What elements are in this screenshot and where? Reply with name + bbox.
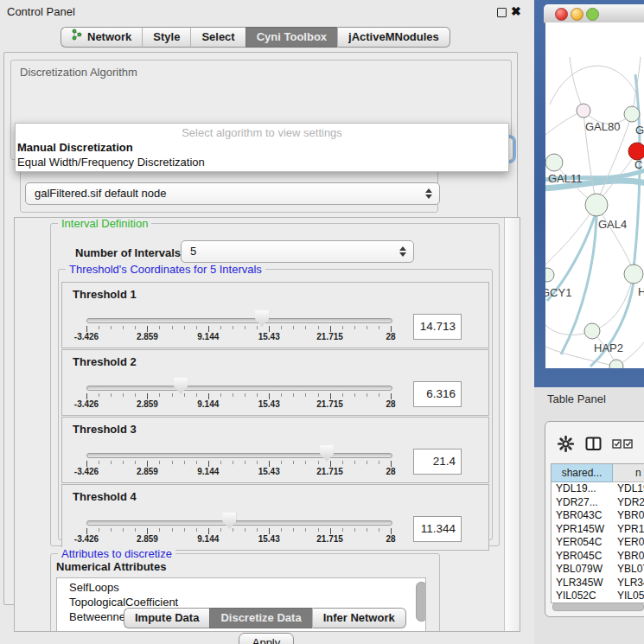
tick-mark bbox=[269, 528, 270, 534]
table-row[interactable]: YBR045CYBR04 bbox=[552, 550, 644, 564]
tab-network[interactable]: Network bbox=[61, 27, 142, 48]
close-button-traffic-light[interactable] bbox=[555, 8, 568, 21]
network-node-h[interactable] bbox=[624, 265, 643, 284]
tick-mark bbox=[233, 528, 233, 532]
checked-boxes-icon[interactable] bbox=[612, 439, 634, 450]
tick-mark bbox=[135, 393, 136, 397]
number-of-intervals-value: 5 bbox=[190, 245, 196, 258]
column-layout-icon[interactable] bbox=[585, 437, 602, 451]
threshold-panel-4: Threshold 4-3.4262.8599.14415.4321.71528… bbox=[61, 484, 489, 551]
slider-track[interactable] bbox=[86, 453, 392, 458]
slider-thumb[interactable] bbox=[320, 445, 334, 462]
table-cell-name[interactable]: YDR27 bbox=[613, 496, 644, 510]
minimize-button-traffic-light[interactable] bbox=[571, 8, 583, 21]
table-cell-name[interactable]: YLR34 bbox=[613, 577, 644, 590]
network-canvas[interactable]: GAL80GCGAL11GAL4GCY1HHAP2 bbox=[545, 22, 644, 368]
tab-cyni-toolbox[interactable]: Cyni Toolbox bbox=[245, 27, 337, 48]
table-cell-shared-name[interactable]: YBL079W bbox=[552, 563, 613, 577]
tick-label: 28 bbox=[386, 467, 395, 476]
float-window-icon[interactable] bbox=[497, 8, 507, 17]
table-cell-name[interactable]: YPR14 bbox=[613, 523, 644, 537]
bottom-tab-impute-data[interactable]: Impute Data bbox=[124, 608, 209, 628]
table-cell-shared-name[interactable]: YIL052C bbox=[552, 590, 613, 603]
tab-jactivemnodules[interactable]: jActiveMNodules bbox=[337, 27, 450, 48]
table-cell-name[interactable]: YIL05 bbox=[613, 590, 644, 603]
table-row[interactable]: YBL079WYBL07 bbox=[552, 563, 644, 577]
attributes-scrollbar-thumb[interactable] bbox=[416, 582, 426, 622]
table-data-combo[interactable]: galFiltered.sif default node bbox=[25, 182, 440, 205]
number-of-intervals-combo[interactable]: 5 bbox=[181, 240, 414, 263]
network-window-titlebar[interactable] bbox=[544, 4, 644, 23]
gear-icon[interactable] bbox=[558, 436, 574, 452]
threshold-value-field[interactable]: 6.316 bbox=[413, 381, 462, 407]
slider-track[interactable] bbox=[86, 386, 392, 391]
table-cell-name[interactable]: YBR04 bbox=[613, 550, 644, 564]
tick-mark bbox=[123, 326, 124, 329]
network-node-gal80[interactable] bbox=[577, 104, 590, 118]
bottom-tab-impute-data-label: Impute Data bbox=[135, 609, 199, 628]
network-node-gal11[interactable] bbox=[545, 154, 563, 171]
tick-mark bbox=[172, 326, 173, 329]
zoom-button-traffic-light[interactable] bbox=[586, 8, 599, 21]
settings-scrollpane: Interval Definition Number of Intervals … bbox=[14, 217, 520, 632]
table-cell-name[interactable]: YBL07 bbox=[613, 563, 644, 577]
algorithm-option-manual-discretization[interactable]: Manual Discretization bbox=[16, 140, 508, 155]
network-node-label: GAL4 bbox=[598, 218, 627, 231]
network-node-gcy1[interactable] bbox=[545, 268, 554, 282]
table-row[interactable]: YPR145WYPR14 bbox=[552, 523, 644, 537]
table-row[interactable]: YDR27...YDR27 bbox=[552, 496, 644, 510]
apply-button[interactable]: Apply bbox=[239, 633, 294, 644]
slider-track[interactable] bbox=[86, 520, 392, 526]
slider-track[interactable] bbox=[86, 318, 392, 323]
attribute-item-selfloops[interactable]: SelfLoops bbox=[57, 580, 425, 595]
bottom-tab-infer-network-label: Infer Network bbox=[323, 609, 395, 628]
column-header-name[interactable]: n bbox=[613, 464, 644, 482]
network-node-c[interactable] bbox=[628, 143, 644, 160]
tick-mark bbox=[379, 326, 379, 329]
number-of-intervals-label: Number of Intervals bbox=[75, 246, 181, 259]
tick-mark bbox=[86, 326, 87, 332]
algorithm-hint: Select algorithm to view settings bbox=[16, 125, 508, 140]
table-cell-name[interactable]: YBR04 bbox=[613, 509, 644, 523]
scrollbar-track[interactable] bbox=[504, 218, 520, 631]
tab-select[interactable]: Select bbox=[190, 27, 245, 48]
tick-mark bbox=[342, 461, 343, 464]
threshold-value-field[interactable]: 21.4 bbox=[413, 449, 462, 475]
table-cell-name[interactable]: YER05 bbox=[613, 536, 644, 550]
bottom-tab-discretize-data[interactable]: Discretize Data bbox=[209, 608, 311, 628]
table-cell-shared-name[interactable]: YDR27... bbox=[552, 496, 613, 510]
network-node[interactable] bbox=[609, 360, 623, 368]
tab-style[interactable]: Style bbox=[142, 27, 190, 48]
table-row[interactable]: YER054CYER05 bbox=[552, 536, 644, 550]
threshold-value-field[interactable]: 11.344 bbox=[413, 516, 462, 542]
table-cell-shared-name[interactable]: YLR345W bbox=[552, 577, 613, 590]
tick-mark bbox=[233, 461, 233, 464]
network-node-label: G bbox=[635, 124, 644, 137]
algorithm-option-equal-width-frequency-discretization[interactable]: Equal Width/Frequency Discretization bbox=[16, 155, 508, 169]
tick-mark bbox=[281, 326, 282, 329]
table-cell-shared-name[interactable]: YBR043C bbox=[552, 509, 613, 523]
slider-thumb[interactable] bbox=[174, 378, 188, 394]
close-panel-icon[interactable]: ✖ bbox=[511, 4, 521, 18]
slider-thumb[interactable] bbox=[222, 513, 236, 529]
slider-thumb[interactable] bbox=[255, 310, 269, 327]
table-hscrollbar[interactable] bbox=[552, 603, 643, 610]
network-node-hap2[interactable] bbox=[584, 323, 600, 339]
table-cell-shared-name[interactable]: YER054C bbox=[552, 536, 613, 550]
table-row[interactable]: YBR043CYBR04 bbox=[552, 509, 644, 523]
table-cell-name[interactable]: YDL19 bbox=[613, 482, 644, 496]
network-node-gal4[interactable] bbox=[585, 194, 608, 216]
table-row[interactable]: YLR345WYLR34 bbox=[552, 577, 644, 590]
tick-mark bbox=[269, 326, 270, 332]
table-row[interactable]: YDL19...YDL19 bbox=[552, 482, 644, 496]
column-header-shared-name[interactable]: shared... bbox=[552, 464, 613, 482]
table-cell-shared-name[interactable]: YDL19... bbox=[552, 482, 613, 496]
bottom-tab-infer-network[interactable]: Infer Network bbox=[312, 608, 406, 628]
table-hscrollbar-thumb[interactable] bbox=[552, 603, 644, 611]
table-cell-shared-name[interactable]: YBR045C bbox=[552, 550, 613, 564]
network-node-g[interactable] bbox=[624, 106, 640, 122]
table-row[interactable]: YIL052CYIL05 bbox=[552, 590, 644, 603]
table-cell-shared-name[interactable]: YPR145W bbox=[552, 523, 613, 537]
threshold-value-field[interactable]: 14.713 bbox=[413, 314, 462, 340]
tick-mark bbox=[245, 393, 245, 397]
